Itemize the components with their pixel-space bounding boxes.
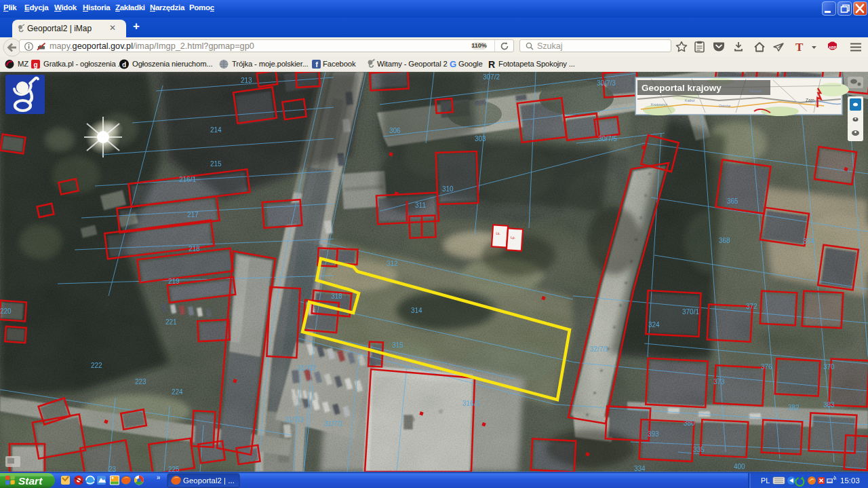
svg-text:Lk.: Lk. <box>496 231 500 236</box>
svg-text:31/7/3: 31/7/3 <box>285 416 304 424</box>
svg-text:Start: Start <box>18 475 43 487</box>
svg-text:365: 365 <box>727 198 738 205</box>
svg-text:318: 318 <box>331 293 342 300</box>
svg-text:216/1: 216/1 <box>179 176 196 183</box>
svg-text:303: 303 <box>475 135 486 143</box>
svg-text:Geoportal krajowy: Geoportal krajowy <box>642 83 722 93</box>
svg-text:315: 315 <box>392 341 403 349</box>
svg-text:Sieradz: Sieradz <box>749 89 762 93</box>
svg-text:223: 223 <box>135 378 146 386</box>
svg-text:383: 383 <box>823 401 835 409</box>
svg-text:31/7/1: 31/7/1 <box>324 420 343 428</box>
svg-text:Lp.: Lp. <box>511 236 515 240</box>
svg-text:Krotoszyn: Krotoszyn <box>651 102 667 107</box>
svg-text:218: 218 <box>189 245 200 252</box>
svg-text:G: G <box>450 59 456 69</box>
svg-text:370: 370 <box>823 363 835 371</box>
svg-text:32/7/1: 32/7/1 <box>590 345 609 353</box>
svg-text:31/7/2: 31/7/2 <box>297 364 316 372</box>
svg-text:324: 324 <box>648 321 660 329</box>
svg-text:T: T <box>795 41 804 54</box>
svg-text:f: f <box>315 60 318 69</box>
svg-text:217: 217 <box>187 211 199 219</box>
svg-text:382: 382 <box>788 404 800 411</box>
svg-text:g: g <box>34 61 38 69</box>
svg-text:310: 310 <box>442 185 454 193</box>
svg-text:222: 222 <box>91 362 102 369</box>
svg-text:393: 393 <box>648 430 659 438</box>
svg-text:376: 376 <box>761 363 772 371</box>
svg-text:224: 224 <box>172 388 183 396</box>
svg-text:335: 335 <box>693 446 705 453</box>
svg-text:312: 312 <box>387 260 398 267</box>
svg-text:219: 219 <box>168 278 180 285</box>
svg-text:30/7/5: 30/7/5 <box>598 135 617 143</box>
svg-text:Ostrów: Ostrów <box>719 104 730 108</box>
svg-text:»: » <box>157 474 161 481</box>
svg-text:215: 215 <box>210 160 222 168</box>
svg-text:Kalisz: Kalisz <box>685 98 695 102</box>
svg-text:Geoportal2 | ...: Geoportal2 | ... <box>183 476 235 485</box>
svg-text:ABP: ABP <box>829 45 837 50</box>
svg-text:221: 221 <box>165 318 177 326</box>
svg-text:372: 372 <box>746 303 757 310</box>
svg-text:311: 311 <box>415 202 426 209</box>
svg-text:306: 306 <box>389 127 401 134</box>
svg-text:23: 23 <box>108 466 117 472</box>
svg-text:374: 374 <box>803 238 814 245</box>
svg-text:380: 380 <box>684 419 695 427</box>
svg-text:316/1: 316/1 <box>462 400 479 407</box>
svg-text:Zam: Zam <box>806 98 814 102</box>
svg-text:R: R <box>488 59 495 70</box>
svg-text:30/7/3: 30/7/3 <box>597 79 616 87</box>
svg-text:373: 373 <box>713 378 725 386</box>
svg-text:314: 314 <box>411 307 422 314</box>
svg-text:15:03: 15:03 <box>840 476 860 485</box>
svg-text:214: 214 <box>210 126 222 134</box>
svg-text:225: 225 <box>168 466 180 472</box>
svg-text:220: 220 <box>0 307 12 315</box>
svg-text:307/2: 307/2 <box>483 73 500 81</box>
svg-text:334: 334 <box>634 465 646 472</box>
svg-text:368: 368 <box>719 237 730 244</box>
svg-text:213: 213 <box>241 77 252 84</box>
svg-text:370/1: 370/1 <box>682 308 699 316</box>
svg-text:400: 400 <box>734 463 745 470</box>
svg-text:PL: PL <box>761 476 770 485</box>
